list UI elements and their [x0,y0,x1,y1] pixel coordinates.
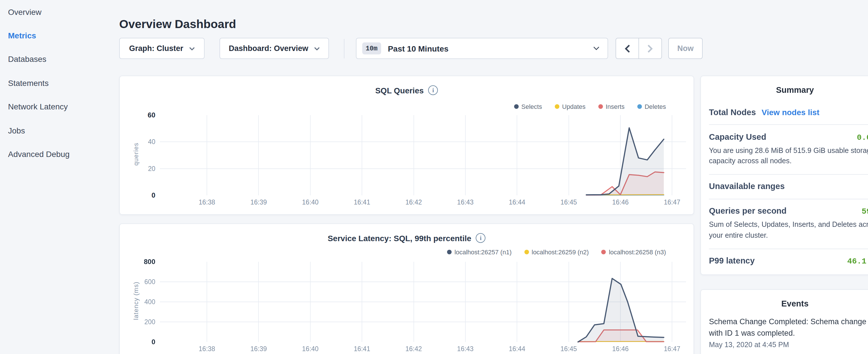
sql-queries-chart-card: SQL Queries i SelectsUpdatesInsertsDelet… [119,75,694,215]
legend-item[interactable]: localhost:26259 (n2) [524,249,589,255]
summary-row-unavailable-ranges: Unavailable ranges 0 [709,174,868,199]
svg-text:16:41: 16:41 [353,345,370,353]
graph-dropdown[interactable]: Graph: Cluster [119,38,205,59]
dashboard-dropdown-label: Dashboard: Overview [229,44,308,53]
time-pager [616,38,662,59]
sql-queries-chart: SQL Queries i SelectsUpdatesInsertsDelet… [120,76,693,214]
summary-title: Summary [701,76,868,95]
legend-item[interactable]: Selects [514,103,542,110]
legend-dot-icon [637,104,642,109]
chart-title: SQL Queries [375,86,424,95]
dashboard-dropdown[interactable]: Dashboard: Overview [219,38,329,59]
summary-panel: Summary Total Nodes View nodes list 3 Ca… [700,75,868,275]
summary-row-queries-per-second: Queries per second 59.7 Sum of Selects, … [709,199,868,249]
svg-text:200: 200 [145,318,155,326]
svg-text:600: 600 [145,278,155,286]
svg-text:800: 800 [144,259,155,265]
info-icon[interactable]: i [428,85,438,95]
events-title: Events [701,290,868,308]
svg-text:16:39: 16:39 [250,198,267,206]
summary-value: 59.7 [862,207,868,216]
sidebar-item-overview[interactable]: Overview [0,0,119,24]
legend-dot-icon [601,250,606,254]
svg-text:16:43: 16:43 [457,198,474,206]
chart-plot: 16:3816:3916:4016:4116:4216:4316:4416:45… [136,259,686,354]
summary-value: 46.1 ms [847,257,868,266]
svg-text:400: 400 [145,298,155,305]
legend-dot-icon [555,104,559,109]
summary-label: Unavailable ranges [709,182,785,191]
summary-label: Capacity Used [709,132,766,141]
time-range-selector[interactable]: 10m Past 10 Minutes [356,38,608,59]
controls-divider [344,39,344,58]
legend-item[interactable]: localhost:26257 (n1) [447,249,512,255]
info-icon[interactable]: i [476,233,486,243]
legend-dot-icon [514,104,518,109]
svg-text:0: 0 [152,338,155,346]
chevron-down-icon [189,47,195,50]
chevron-down-icon [314,47,320,50]
svg-text:16:45: 16:45 [560,345,577,353]
graph-dropdown-label: Graph: Cluster [129,44,183,53]
svg-text:16:39: 16:39 [250,345,267,353]
event-item[interactable]: Schema Change Completed: Schema change w… [701,308,868,349]
svg-text:16:41: 16:41 [353,198,370,206]
legend-dot-icon [524,250,529,254]
chart-canvas: 16:3816:3916:4016:4116:4216:4316:4416:45… [136,259,686,354]
sidebar-item-databases[interactable]: Databases [0,47,119,71]
chevron-down-icon [593,46,599,51]
now-button[interactable]: Now [668,38,703,59]
time-range-badge: 10m [362,42,381,55]
summary-description: You are using 28.6 MiB of 515.9 GiB usab… [709,145,868,167]
chart-legend: SelectsUpdatesInsertsDeletes [514,103,666,110]
svg-text:16:46: 16:46 [612,345,629,353]
legend-item[interactable]: Deletes [637,103,666,110]
svg-text:60: 60 [148,112,155,119]
svg-text:16:46: 16:46 [612,198,629,206]
svg-text:16:43: 16:43 [457,345,474,353]
summary-row-capacity-used: Capacity Used 0.01% You are using 28.6 M… [709,124,868,174]
view-nodes-list-link[interactable]: View nodes list [762,107,819,117]
next-range-button[interactable] [639,38,661,58]
service-latency-chart-card: Service Latency: SQL, 99th percentile i … [119,223,694,354]
svg-text:20: 20 [148,165,155,172]
legend-item[interactable]: Updates [555,103,585,110]
svg-text:16:42: 16:42 [405,345,422,353]
sidebar-item-network-latency[interactable]: Network Latency [0,95,119,119]
event-text: Schema Change Completed: Schema change w… [709,316,868,339]
summary-label: Total Nodes [709,107,756,117]
svg-text:0: 0 [152,191,155,199]
db-console-page: Overview Metrics Databases Statements Ne… [0,0,868,354]
legend-item[interactable]: localhost:26258 (n3) [601,249,666,255]
legend-dot-icon [598,104,602,109]
chart-legend: localhost:26257 (n1)localhost:26259 (n2)… [447,249,666,255]
sidebar-nav: Overview Metrics Databases Statements Ne… [0,0,119,354]
svg-text:16:40: 16:40 [302,345,319,353]
svg-text:16:38: 16:38 [198,198,215,206]
legend-label: Inserts [606,103,624,110]
sidebar-item-metrics[interactable]: Metrics [0,24,119,47]
sidebar-item-advanced-debug[interactable]: Advanced Debug [0,142,119,166]
prev-range-button[interactable] [616,38,639,58]
summary-label: P99 latency [709,256,755,265]
svg-text:16:47: 16:47 [664,198,681,206]
event-timestamp: May 13, 2020 at 4:45 PM [709,341,868,349]
legend-item[interactable]: Inserts [598,103,624,110]
legend-label: localhost:26259 (n2) [532,249,589,255]
summary-row-p99-latency: P99 latency 46.1 ms [709,248,868,273]
legend-label: localhost:26258 (n3) [609,249,666,255]
summary-description: Sum of Selects, Updates, Inserts, and De… [709,220,868,242]
summary-label: Queries per second [709,206,786,216]
time-range-label: Past 10 Minutes [388,44,587,53]
events-panel: Events Schema Change Completed: Schema c… [700,289,868,354]
sidebar-item-jobs[interactable]: Jobs [0,119,119,142]
legend-label: localhost:26257 (n1) [455,249,512,255]
svg-text:16:44: 16:44 [509,345,525,353]
sidebar-item-statements[interactable]: Statements [0,71,119,95]
service-latency-chart: Service Latency: SQL, 99th percentile i … [120,224,693,354]
svg-text:16:38: 16:38 [198,345,215,353]
svg-text:16:42: 16:42 [405,198,422,206]
legend-label: Deletes [645,103,666,110]
legend-label: Updates [562,103,585,110]
summary-value: 0.01% [857,133,868,142]
